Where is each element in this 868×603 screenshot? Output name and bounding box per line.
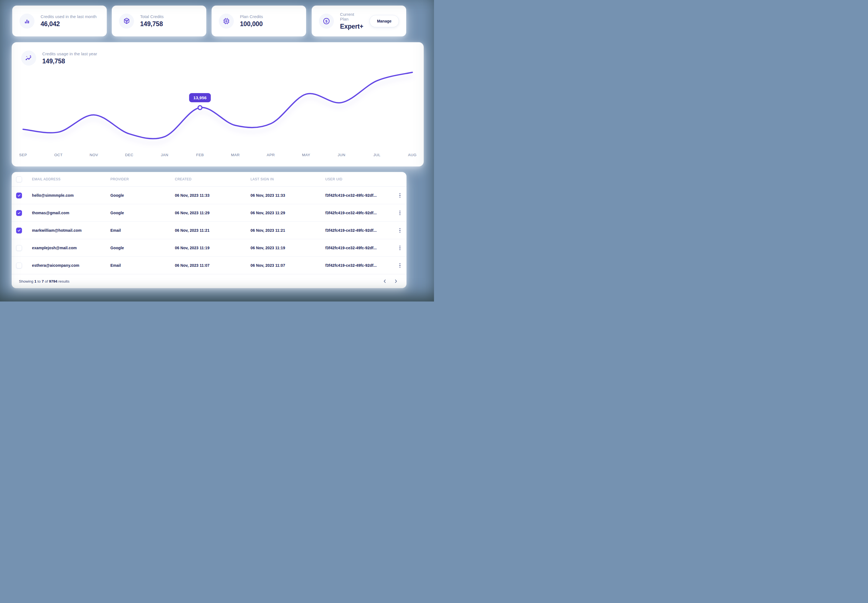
trend-line-icon: [21, 51, 36, 66]
stat-value: Expert+: [340, 23, 363, 30]
cell-last-sign-in: 06 Nov, 2023 11:29: [251, 210, 325, 215]
stat-card-credits-used: Credits used in the last month 46,042: [12, 6, 107, 36]
cell-email: examplejosh@mail.com: [32, 246, 110, 250]
x-axis-label: MAR: [231, 153, 240, 157]
x-axis-label: SEP: [19, 153, 28, 157]
table-row: esthera@aicompany.comEmail06 Nov, 2023 1…: [12, 257, 406, 274]
table-body: hello@simmmple.comGoogle06 Nov, 2023 11:…: [12, 187, 406, 274]
x-axis-label: JAN: [160, 153, 169, 157]
cell-created: 06 Nov, 2023 11:29: [175, 210, 251, 215]
row-actions-kebab-icon[interactable]: [398, 209, 402, 217]
stat-card-total-credits: Total Credits 149,758: [112, 6, 206, 36]
cpu-icon: [219, 14, 234, 29]
previous-page-button[interactable]: [381, 278, 388, 284]
cell-provider: Email: [110, 263, 175, 267]
stat-label: Total Credits: [140, 14, 164, 19]
column-header-user-uid: USER UID: [325, 177, 390, 181]
cube-icon: [119, 14, 134, 29]
chart-line: [23, 72, 412, 139]
table-row: examplejosh@mail.comGoogle06 Nov, 2023 1…: [12, 239, 406, 257]
cell-email: markwilliam@hotmail.com: [32, 228, 110, 233]
cell-created: 06 Nov, 2023 11:07: [175, 263, 251, 267]
cell-created: 06 Nov, 2023 11:19: [175, 246, 251, 250]
row-checkbox[interactable]: [16, 263, 22, 268]
column-header-provider: PROVIDER: [110, 177, 175, 181]
column-header-last-sign-in: LAST SIGN IN: [251, 177, 325, 181]
dollar-circle-icon: $: [319, 14, 334, 29]
select-all-checkbox[interactable]: [16, 176, 22, 182]
cell-created: 06 Nov, 2023 11:21: [175, 228, 251, 233]
cell-user-uid: f3f42fc419-ce32-49fc-92df...: [325, 228, 390, 233]
x-axis-label: FEB: [195, 153, 205, 157]
x-axis-label: JUN: [337, 153, 346, 157]
stat-value: 149,758: [140, 20, 164, 28]
x-axis-label: APR: [266, 153, 276, 157]
cell-last-sign-in: 06 Nov, 2023 11:19: [251, 246, 325, 250]
next-page-button[interactable]: [392, 278, 399, 284]
column-header-email: EMAIL ADDRESS: [32, 177, 110, 181]
cell-last-sign-in: 06 Nov, 2023 11:33: [251, 193, 325, 198]
cell-user-uid: f3f42fc419-ce32-49fc-92df...: [325, 263, 390, 267]
table-header-row: EMAIL ADDRESS PROVIDER CREATED LAST SIGN…: [12, 172, 406, 187]
table-row: hello@simmmple.comGoogle06 Nov, 2023 11:…: [12, 187, 406, 204]
row-actions-kebab-icon[interactable]: [398, 261, 402, 269]
cell-email: thomas@gmail.com: [32, 210, 110, 215]
x-axis-label: AUG: [408, 153, 417, 157]
stat-value: 46,042: [40, 20, 96, 28]
chart-title: Credits usage in the last year: [42, 51, 97, 56]
cell-last-sign-in: 06 Nov, 2023 11:07: [251, 263, 325, 267]
x-axis-label: JUL: [372, 153, 382, 157]
row-checkbox-checked[interactable]: [16, 193, 22, 198]
chevron-left-icon: [383, 279, 387, 283]
table-row: markwilliam@hotmail.comEmail06 Nov, 2023…: [12, 222, 406, 239]
bar-chart-icon: [19, 14, 34, 29]
cell-email: esthera@aicompany.com: [32, 263, 110, 267]
row-checkbox-checked[interactable]: [16, 210, 22, 216]
cell-provider: Google: [110, 246, 175, 250]
row-checkbox[interactable]: [16, 245, 22, 251]
cell-last-sign-in: 06 Nov, 2023 11:21: [251, 228, 325, 233]
row-actions-kebab-icon[interactable]: [398, 244, 402, 252]
svg-text:$: $: [325, 19, 327, 23]
cell-user-uid: f3f42fc419-ce32-49fc-92df...: [325, 246, 390, 250]
credits-usage-chart-card: Credits usage in the last year 149,758 1…: [12, 42, 424, 167]
row-actions-kebab-icon[interactable]: [398, 192, 402, 199]
stat-card-plan-credits: Plan Credits 100,000: [212, 6, 306, 36]
stat-label: Plan Credits: [240, 14, 263, 19]
results-summary: Showing 1 to 7 of 9794 results: [19, 279, 70, 283]
chart-tooltip: 13,956: [189, 93, 211, 102]
cell-provider: Google: [110, 210, 175, 215]
cell-user-uid: f3f42fc419-ce32-49fc-92df...: [325, 210, 390, 215]
manage-plan-button[interactable]: Manage: [369, 15, 399, 27]
chevron-right-icon: [394, 279, 398, 283]
x-axis-label: MAY: [301, 153, 311, 157]
chart-highlight-marker[interactable]: [198, 105, 202, 110]
chart-total-value: 149,758: [42, 57, 97, 65]
stat-card-current-plan: $ Current Plan Expert+ Manage: [312, 6, 406, 36]
stat-value: 100,000: [240, 20, 263, 28]
chart-x-axis: SEPOCTNOVDECJANFEBMARAPRMAYJUNJULAUG: [19, 153, 417, 157]
cell-email: hello@simmmple.com: [32, 193, 110, 198]
stat-label: Credits used in the last month: [40, 14, 96, 19]
table-footer: Showing 1 to 7 of 9794 results: [12, 274, 406, 288]
column-header-created: CREATED: [175, 177, 251, 181]
table-row: thomas@gmail.comGoogle06 Nov, 2023 11:29…: [12, 204, 406, 222]
stat-label: Current Plan: [340, 12, 363, 22]
cell-provider: Email: [110, 228, 175, 233]
cell-user-uid: f3f42fc419-ce32-49fc-92df...: [325, 193, 390, 198]
users-table-card: EMAIL ADDRESS PROVIDER CREATED LAST SIGN…: [12, 172, 406, 288]
row-checkbox-checked[interactable]: [16, 227, 22, 233]
x-axis-label: DEC: [124, 153, 134, 157]
cell-provider: Google: [110, 193, 175, 198]
x-axis-label: NOV: [89, 153, 99, 157]
cell-created: 06 Nov, 2023 11:33: [175, 193, 251, 198]
row-actions-kebab-icon[interactable]: [398, 226, 402, 235]
x-axis-label: OCT: [54, 153, 63, 157]
